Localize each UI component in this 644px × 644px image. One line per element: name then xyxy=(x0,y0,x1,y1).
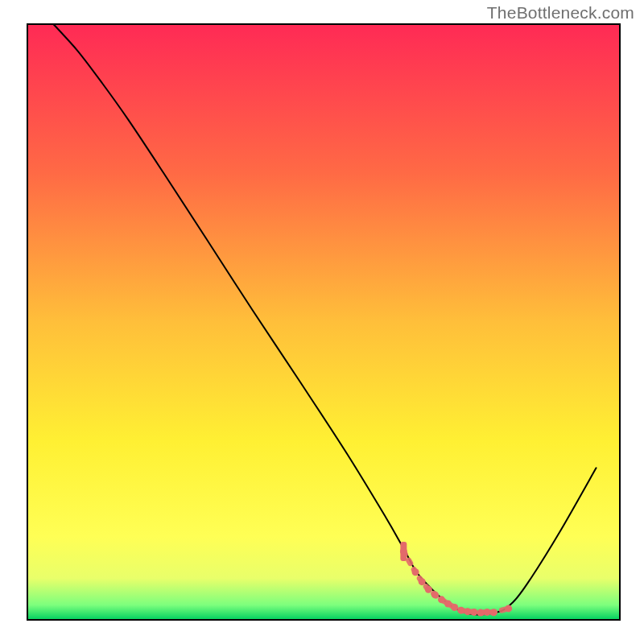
svg-point-3 xyxy=(419,578,426,585)
svg-point-12 xyxy=(477,609,485,617)
svg-point-4 xyxy=(425,586,432,593)
chart-svg xyxy=(0,0,644,644)
svg-point-5 xyxy=(431,591,439,598)
svg-point-15 xyxy=(505,605,512,612)
svg-point-10 xyxy=(464,608,471,615)
watermark-label: TheBottleneck.com xyxy=(487,3,634,23)
plot-background xyxy=(27,24,620,620)
svg-point-9 xyxy=(457,607,464,614)
chart-stage: TheBottleneck.com xyxy=(0,0,644,644)
svg-point-7 xyxy=(444,601,452,608)
svg-point-6 xyxy=(438,596,445,603)
svg-point-13 xyxy=(484,609,491,616)
svg-point-8 xyxy=(451,604,458,611)
svg-point-11 xyxy=(470,609,477,616)
svg-point-2 xyxy=(412,568,419,576)
svg-point-14 xyxy=(490,609,497,616)
svg-point-1 xyxy=(400,547,407,555)
